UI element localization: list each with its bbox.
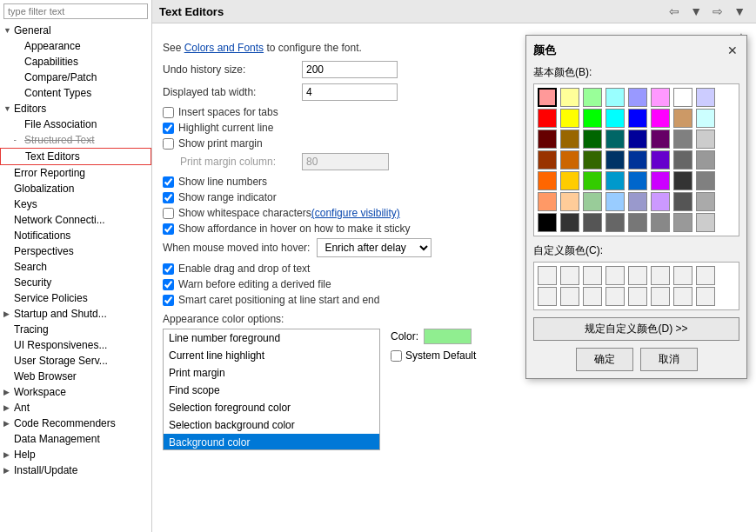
- custom-color-swatch-11[interactable]: [605, 287, 625, 306]
- tab-width-input[interactable]: [302, 83, 398, 101]
- ok-button[interactable]: 确定: [576, 348, 633, 371]
- custom-color-swatch-4[interactable]: [628, 266, 647, 285]
- dialog-close-button[interactable]: ✕: [726, 43, 739, 57]
- basic-color-swatch-2[interactable]: [583, 88, 602, 107]
- color-list-item-selection-fg[interactable]: Selection foreground color: [164, 399, 379, 416]
- sidebar-item-code-recommenders[interactable]: ▶ Code Recommenders: [0, 416, 151, 431]
- color-list-item-find-scope[interactable]: Find scope: [164, 382, 379, 399]
- smart-caret-checkbox[interactable]: [163, 295, 174, 306]
- nav-back-button[interactable]: ⇦: [666, 3, 683, 19]
- basic-color-swatch-23[interactable]: [696, 130, 715, 149]
- custom-color-swatch-14[interactable]: [673, 287, 692, 306]
- color-list-item-print-margin[interactable]: Print margin: [164, 364, 379, 382]
- filter-input[interactable]: [3, 3, 148, 19]
- nav-dropdown-button[interactable]: ▼: [686, 3, 706, 19]
- basic-color-swatch-55[interactable]: [696, 213, 715, 232]
- basic-color-swatch-30[interactable]: [673, 150, 692, 170]
- basic-color-swatch-7[interactable]: [696, 88, 715, 107]
- color-list-item-line-number-fg[interactable]: Line number foreground: [164, 329, 379, 347]
- basic-color-swatch-40[interactable]: [538, 192, 557, 211]
- sidebar-item-text-editors[interactable]: Text Editors: [0, 148, 151, 165]
- basic-color-swatch-34[interactable]: [583, 171, 602, 190]
- print-margin-col-input[interactable]: [302, 153, 389, 170]
- basic-color-swatch-4[interactable]: [628, 88, 647, 107]
- hover-select[interactable]: Enrich after delay Enrich immediately Ne…: [317, 238, 432, 257]
- show-print-margin-checkbox[interactable]: [163, 138, 174, 150]
- show-whitespace-checkbox[interactable]: [163, 208, 174, 219]
- basic-color-swatch-37[interactable]: [651, 171, 670, 190]
- sidebar-item-data-management[interactable]: Data Management: [0, 431, 151, 447]
- basic-color-swatch-14[interactable]: [673, 109, 692, 128]
- basic-color-swatch-48[interactable]: [538, 213, 557, 232]
- colors-fonts-link[interactable]: Colors and Fonts: [184, 42, 264, 54]
- sidebar-item-error-reporting[interactable]: Error Reporting: [0, 165, 151, 181]
- sidebar-item-keys[interactable]: Keys: [0, 196, 151, 212]
- basic-color-swatch-5[interactable]: [651, 88, 670, 107]
- basic-color-swatch-44[interactable]: [628, 192, 647, 211]
- sidebar-item-search[interactable]: Search: [0, 259, 151, 275]
- custom-color-swatch-6[interactable]: [673, 266, 692, 285]
- sidebar-item-ant[interactable]: ▶ Ant: [0, 400, 151, 416]
- sidebar-item-perspectives[interactable]: Perspectives: [0, 243, 151, 259]
- basic-color-swatch-13[interactable]: [651, 109, 670, 128]
- basic-color-swatch-29[interactable]: [651, 150, 670, 170]
- enable-drag-drop-checkbox[interactable]: [163, 263, 174, 275]
- sidebar-item-ui-responsiveness[interactable]: UI Responsivenes...: [0, 337, 151, 353]
- sidebar-item-help[interactable]: ▶ Help: [0, 447, 151, 462]
- custom-color-swatch-1[interactable]: [560, 266, 579, 285]
- basic-color-swatch-21[interactable]: [651, 130, 670, 149]
- highlight-line-checkbox[interactable]: [163, 123, 174, 134]
- configure-visibility-link[interactable]: (configure visibility): [311, 207, 400, 219]
- color-preview[interactable]: [424, 329, 472, 344]
- color-list-item-background[interactable]: Background color: [164, 434, 379, 450]
- sidebar-item-network-connection[interactable]: Network Connecti...: [0, 212, 151, 228]
- basic-color-swatch-18[interactable]: [583, 130, 602, 149]
- basic-color-swatch-11[interactable]: [605, 109, 625, 128]
- warn-editing-checkbox[interactable]: [163, 279, 174, 290]
- basic-color-swatch-27[interactable]: [605, 150, 625, 170]
- basic-color-swatch-47[interactable]: [696, 192, 715, 211]
- sidebar-item-security[interactable]: Security: [0, 275, 151, 290]
- basic-color-swatch-31[interactable]: [696, 150, 715, 170]
- custom-color-swatch-5[interactable]: [651, 266, 670, 285]
- basic-color-swatch-39[interactable]: [696, 171, 715, 190]
- basic-color-swatch-10[interactable]: [583, 109, 602, 128]
- custom-color-swatch-12[interactable]: [628, 287, 647, 306]
- basic-color-swatch-1[interactable]: [560, 88, 579, 107]
- basic-color-swatch-36[interactable]: [628, 171, 647, 190]
- basic-color-swatch-20[interactable]: [628, 130, 647, 149]
- show-range-indicator-checkbox[interactable]: [163, 192, 174, 203]
- custom-color-swatch-10[interactable]: [583, 287, 602, 306]
- custom-color-swatch-7[interactable]: [696, 266, 715, 285]
- system-default-checkbox[interactable]: [391, 350, 402, 362]
- sidebar-item-general[interactable]: ▼ General: [0, 23, 151, 38]
- basic-color-swatch-15[interactable]: [696, 109, 715, 128]
- basic-color-swatch-54[interactable]: [673, 213, 692, 232]
- basic-color-swatch-51[interactable]: [605, 213, 625, 232]
- custom-color-swatch-9[interactable]: [560, 287, 579, 306]
- basic-color-swatch-33[interactable]: [560, 171, 579, 190]
- custom-color-swatch-15[interactable]: [696, 287, 715, 306]
- custom-color-swatch-13[interactable]: [651, 287, 670, 306]
- sidebar-item-web-browser[interactable]: Web Browser: [0, 369, 151, 384]
- sidebar-item-workspace[interactable]: ▶ Workspace: [0, 384, 151, 400]
- color-list-item-selection-bg[interactable]: Selection background color: [164, 416, 379, 434]
- sidebar-item-install-update[interactable]: ▶ Install/Update: [0, 462, 151, 478]
- basic-color-swatch-9[interactable]: [560, 109, 579, 128]
- sidebar-item-service-policies[interactable]: Service Policies: [0, 290, 151, 306]
- sidebar-item-user-storage[interactable]: User Storage Serv...: [0, 353, 151, 369]
- sidebar-item-structured-text[interactable]: Structured Text: [0, 132, 151, 148]
- basic-color-swatch-16[interactable]: [538, 130, 557, 149]
- basic-color-swatch-0[interactable]: [538, 88, 557, 107]
- custom-color-swatch-0[interactable]: [538, 266, 557, 285]
- basic-color-swatch-38[interactable]: [673, 171, 692, 190]
- basic-color-swatch-50[interactable]: [583, 213, 602, 232]
- basic-color-swatch-32[interactable]: [538, 171, 557, 190]
- custom-color-swatch-3[interactable]: [605, 266, 625, 285]
- basic-color-swatch-26[interactable]: [583, 150, 602, 170]
- sidebar-item-editors[interactable]: ▼ Editors: [0, 101, 151, 116]
- basic-color-swatch-12[interactable]: [628, 109, 647, 128]
- basic-color-swatch-8[interactable]: [538, 109, 557, 128]
- basic-color-swatch-22[interactable]: [673, 130, 692, 149]
- undo-history-input[interactable]: [302, 61, 398, 78]
